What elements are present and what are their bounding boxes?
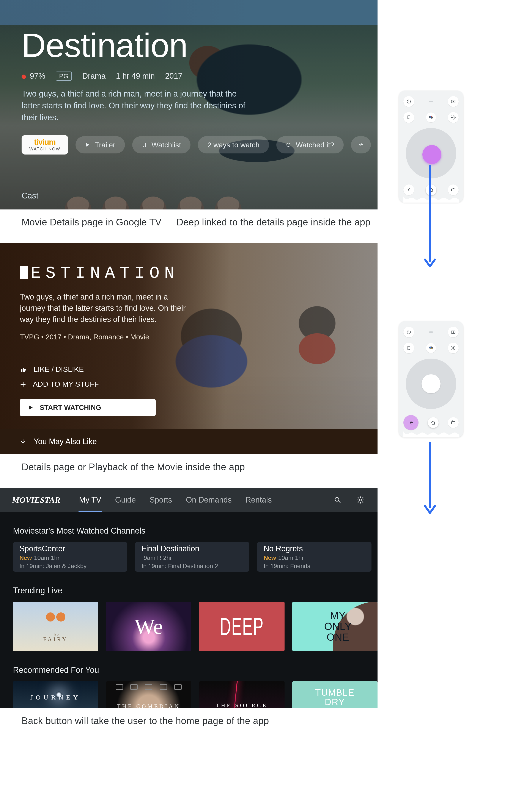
show-tile[interactable]: THE COMEDIAN bbox=[106, 681, 192, 708]
top-nav: MOVIESTAR My TV Guide Sports On Demands … bbox=[0, 488, 378, 512]
tab-rentals[interactable]: Rentals bbox=[245, 495, 272, 504]
tab-my-tv[interactable]: My TV bbox=[79, 495, 102, 504]
trailer-button[interactable]: Trailer bbox=[76, 136, 125, 153]
svg-point-3 bbox=[431, 116, 432, 117]
bookmark-button[interactable] bbox=[403, 112, 414, 123]
show-tile[interactable]: TheFAIRY bbox=[13, 602, 98, 651]
show-tile[interactable]: We bbox=[106, 602, 192, 651]
watchlist-button[interactable]: Watchlist bbox=[132, 136, 191, 153]
play-icon bbox=[85, 142, 90, 147]
add-to-my-stuff-button[interactable]: ADD TO MY STUFF bbox=[20, 380, 156, 388]
remote-edge bbox=[403, 431, 459, 437]
like-label: LIKE / DISLIKE bbox=[34, 365, 84, 374]
app-home-panel: MOVIESTAR My TV Guide Sports On Demands … bbox=[0, 488, 378, 708]
play-icon bbox=[28, 405, 34, 410]
input-button[interactable] bbox=[448, 96, 459, 107]
svg-point-2 bbox=[429, 116, 431, 118]
genre: Drama bbox=[82, 71, 106, 81]
avatar[interactable] bbox=[65, 197, 91, 209]
svg-point-12 bbox=[432, 348, 433, 348]
svg-point-0 bbox=[287, 143, 290, 147]
input-button[interactable] bbox=[448, 327, 459, 338]
ways-to-watch-button[interactable]: 2 ways to watch bbox=[198, 136, 269, 153]
settings-button[interactable] bbox=[448, 343, 459, 353]
gear-icon bbox=[357, 496, 364, 504]
mic-indicator bbox=[429, 101, 433, 102]
show-tile[interactable]: TUMBLE DRY bbox=[292, 681, 378, 708]
tv-button[interactable] bbox=[448, 184, 459, 195]
cast-section-label[interactable]: Cast bbox=[22, 191, 38, 200]
provider-cta: WATCH NOW bbox=[29, 147, 60, 151]
svg-point-5 bbox=[432, 117, 433, 118]
like-dislike-button[interactable]: LIKE / DISLIKE bbox=[20, 365, 156, 374]
more-actions-button[interactable] bbox=[351, 136, 371, 153]
rating-strip bbox=[106, 684, 192, 690]
trending-row: TheFAIRY We DEEP MY ONLY ONE bbox=[0, 602, 378, 651]
back-button[interactable] bbox=[403, 184, 414, 195]
dpad-center-button[interactable] bbox=[423, 145, 441, 164]
trailer-label: Trailer bbox=[95, 141, 115, 149]
start-watching-button[interactable]: START WATCHING bbox=[20, 399, 156, 416]
app-brand: MOVIESTAR bbox=[12, 495, 60, 505]
you-may-also-like-section[interactable]: You May Also Like bbox=[0, 429, 378, 454]
card-line1: 9am R 2hr bbox=[141, 554, 243, 561]
movie-title: Destination bbox=[22, 28, 378, 62]
watched-it-button[interactable]: Watched it? bbox=[276, 136, 344, 153]
year: 2017 bbox=[165, 71, 183, 81]
google-tv-details-panel: Destination 97% PG Drama 1 hr 49 min 201… bbox=[0, 0, 378, 209]
settings-button[interactable] bbox=[355, 495, 366, 505]
svg-rect-7 bbox=[452, 189, 455, 191]
cast-avatars bbox=[65, 197, 242, 209]
channel-cards: SportsCenter New10am 1hr In 19min: Jalen… bbox=[0, 542, 378, 572]
ymal-label: You May Also Like bbox=[34, 437, 97, 446]
remote-control bbox=[399, 321, 463, 437]
provider-name: tivium bbox=[34, 138, 56, 146]
bookmark-button[interactable] bbox=[403, 343, 414, 353]
tab-guide[interactable]: Guide bbox=[115, 495, 136, 504]
assistant-button[interactable] bbox=[426, 113, 436, 122]
tab-on-demands[interactable]: On Demands bbox=[186, 495, 232, 504]
assistant-button[interactable] bbox=[426, 343, 436, 353]
channel-card[interactable]: No Regrets New10am 1hr In 19min: Friends bbox=[257, 542, 372, 572]
dpad-center-button[interactable] bbox=[422, 374, 440, 393]
svg-point-13 bbox=[453, 347, 454, 349]
card-line2: In 19min: Jalen & Jackby bbox=[20, 563, 121, 570]
home-button[interactable] bbox=[428, 417, 438, 428]
tab-sports[interactable]: Sports bbox=[149, 495, 172, 504]
watchlist-label: Watchlist bbox=[152, 141, 181, 149]
watch-now-button[interactable]: tivium WATCH NOW bbox=[22, 135, 68, 154]
avatar[interactable] bbox=[177, 197, 204, 209]
channel-card[interactable]: Final Destination 9am R 2hr In 19min: Fi… bbox=[135, 542, 249, 572]
avatar[interactable] bbox=[102, 197, 129, 209]
card-title: Final Destination bbox=[141, 544, 243, 553]
avatar[interactable] bbox=[140, 197, 166, 209]
show-tile[interactable]: JOURNEY bbox=[13, 681, 98, 708]
bookmark-icon bbox=[142, 142, 147, 147]
svg-point-10 bbox=[431, 347, 432, 348]
thumbs-up-icon bbox=[20, 366, 27, 373]
ways-label: 2 ways to watch bbox=[207, 141, 260, 149]
power-button[interactable] bbox=[403, 96, 414, 107]
plus-icon bbox=[20, 381, 26, 387]
settings-button[interactable] bbox=[448, 112, 459, 123]
avatar[interactable] bbox=[215, 197, 242, 209]
show-tile[interactable]: MY ONLY ONE bbox=[292, 602, 378, 651]
svg-point-16 bbox=[360, 499, 361, 501]
card-line1: New10am 1hr bbox=[20, 554, 121, 561]
card-title: SportsCenter bbox=[20, 544, 121, 553]
audience-score: 97% bbox=[22, 71, 45, 81]
card-line2: In 19min: Final Destination 2 bbox=[141, 563, 243, 570]
movie-description: Two guys, a thief and a rich man, meet i… bbox=[22, 88, 250, 123]
power-button[interactable] bbox=[403, 327, 414, 338]
show-tile[interactable]: THE SOURCE bbox=[199, 681, 285, 708]
tv-button[interactable] bbox=[448, 417, 459, 428]
svg-rect-14 bbox=[452, 422, 455, 424]
dpad[interactable] bbox=[406, 358, 456, 409]
show-tile[interactable]: DEEP bbox=[199, 602, 285, 651]
channel-card[interactable]: SportsCenter New10am 1hr In 19min: Jalen… bbox=[13, 542, 127, 572]
section-heading-recommended: Recommended For You bbox=[0, 651, 378, 681]
search-button[interactable] bbox=[333, 495, 343, 505]
svg-point-11 bbox=[431, 348, 432, 349]
circle-icon bbox=[286, 142, 291, 147]
back-button[interactable] bbox=[403, 415, 418, 430]
